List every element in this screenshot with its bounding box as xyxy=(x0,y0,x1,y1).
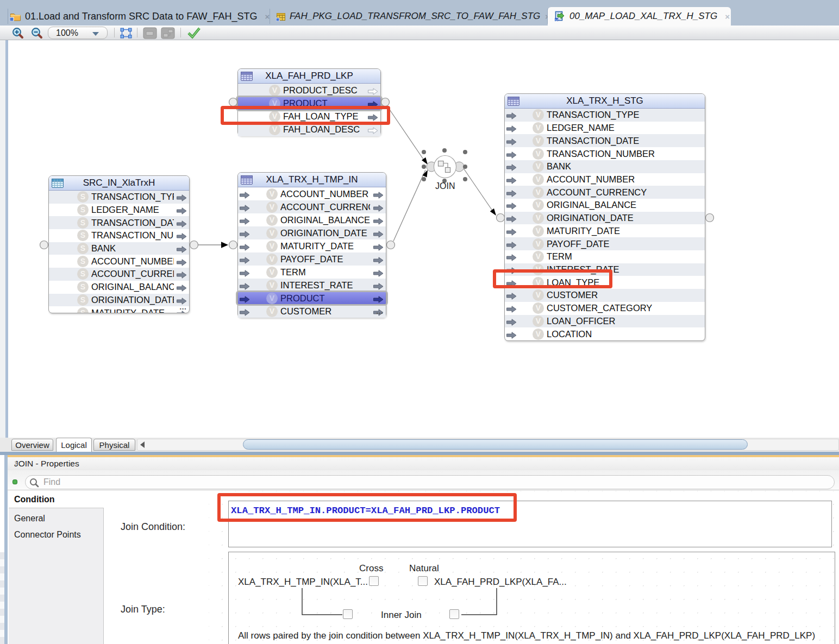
svg-text:U: U xyxy=(555,18,558,22)
